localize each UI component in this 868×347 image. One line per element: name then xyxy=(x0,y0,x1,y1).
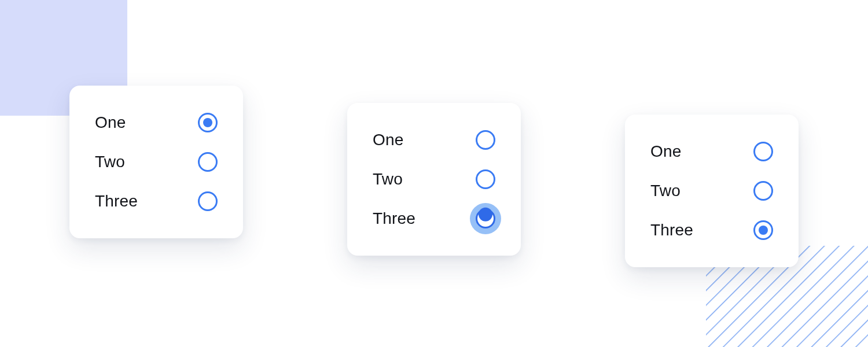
radio-indicator-icon xyxy=(476,130,495,150)
radio-label: One xyxy=(95,113,126,132)
radio-indicator-icon xyxy=(753,142,773,161)
radio-option-one[interactable]: One xyxy=(373,128,495,152)
radio-label: One xyxy=(650,142,682,161)
radio-indicator-icon xyxy=(753,220,773,240)
radio-indicator-icon xyxy=(753,181,773,201)
radio-label: Three xyxy=(95,192,138,211)
radio-indicator-pressed-icon xyxy=(476,209,495,228)
radio-option-one[interactable]: One xyxy=(650,140,773,163)
radio-label: One xyxy=(373,131,404,149)
radio-option-two[interactable]: Two xyxy=(650,179,773,202)
radio-option-two[interactable]: Two xyxy=(373,168,495,191)
radio-indicator-icon xyxy=(198,191,218,211)
radio-option-three[interactable]: Three xyxy=(373,207,495,230)
radio-option-three[interactable]: Three xyxy=(650,219,773,242)
radio-group-b: One Two Three xyxy=(347,103,521,256)
radio-option-two[interactable]: Two xyxy=(95,150,218,174)
radio-label: Two xyxy=(373,170,403,189)
radio-label: Three xyxy=(650,221,693,239)
radio-label: Two xyxy=(95,153,125,171)
radio-label: Two xyxy=(650,182,681,200)
radio-option-one[interactable]: One xyxy=(95,111,218,134)
radio-indicator-icon xyxy=(198,113,218,132)
radio-indicator-icon xyxy=(198,152,218,172)
radio-group-c: One Two Three xyxy=(625,115,799,267)
radio-option-three[interactable]: Three xyxy=(95,190,218,213)
radio-group-a: One Two Three xyxy=(69,86,243,238)
radio-indicator-icon xyxy=(476,169,495,189)
radio-examples-stage: One Two Three One Two xyxy=(0,0,868,347)
radio-label: Three xyxy=(373,209,415,228)
